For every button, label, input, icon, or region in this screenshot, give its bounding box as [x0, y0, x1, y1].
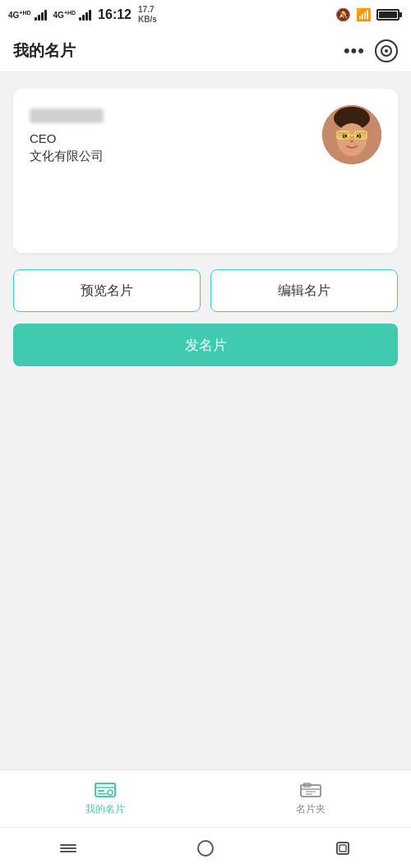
wifi-icon: 📶: [356, 7, 372, 22]
folder-icon: [299, 781, 322, 799]
bar5: [79, 17, 81, 21]
svg-text:O: O: [356, 133, 361, 139]
status-bar: 4G+HD 4G+HD 16:12 17.7 KB/s 🔕 📶: [0, 0, 411, 30]
my-card-tab-icon: [94, 781, 117, 799]
page-title: 我的名片: [13, 40, 76, 62]
speed-text: 17.7: [138, 5, 157, 15]
preview-button[interactable]: 预览名片: [13, 269, 201, 312]
card-folder-tab-icon: [299, 781, 322, 799]
header: 我的名片 •••: [0, 30, 411, 72]
tab-bar: 我的名片 名片夹: [0, 769, 411, 827]
tab-my-card[interactable]: 我的名片: [85, 781, 125, 816]
card-name-blurred: [30, 108, 104, 123]
svg-point-7: [350, 140, 353, 143]
bar3: [41, 12, 44, 21]
status-left: 4G+HD 4G+HD 16:12 17.7 KB/s: [8, 5, 157, 25]
signal-bars-2: [79, 9, 91, 21]
back-button[interactable]: [52, 832, 85, 865]
my-card-tab-label: 我的名片: [85, 802, 125, 816]
speed-unit: KB/s: [138, 15, 157, 25]
status-time: 16:12: [98, 7, 132, 22]
bar8: [89, 10, 91, 21]
bar6: [82, 15, 85, 21]
signal-label-2: 4G+HD: [53, 10, 76, 20]
svg-text:D: D: [362, 133, 366, 139]
scan-button[interactable]: [375, 39, 398, 62]
svg-rect-29: [337, 843, 349, 854]
recent-button[interactable]: [326, 832, 359, 865]
status-speed: 17.7 KB/s: [138, 5, 157, 25]
svg-rect-30: [339, 845, 346, 852]
svg-point-19: [108, 790, 113, 795]
header-actions: •••: [344, 39, 398, 62]
scan-icon: [380, 44, 393, 57]
notification-icon: 🔕: [335, 7, 351, 22]
svg-point-28: [198, 841, 213, 856]
signal-bars-1: [35, 9, 47, 21]
recent-icon: [335, 841, 350, 856]
business-card: CEO 文化有限公司: [13, 89, 398, 253]
svg-point-4: [337, 123, 367, 156]
svg-text:G: G: [338, 133, 343, 139]
action-buttons: 预览名片 编辑名片: [13, 269, 398, 312]
svg-rect-17: [98, 790, 104, 792]
bar7: [85, 12, 88, 21]
back-icon: [59, 842, 77, 855]
svg-point-1: [385, 49, 388, 53]
card-icon: [94, 781, 117, 799]
nav-bar: [0, 827, 411, 868]
edit-button[interactable]: 编辑名片: [210, 269, 398, 312]
svg-text:O: O: [344, 133, 349, 139]
card-folder-tab-label: 名片夹: [296, 802, 326, 816]
tab-card-folder[interactable]: 名片夹: [296, 781, 326, 816]
home-button[interactable]: [189, 832, 222, 865]
avatar: G O O D: [322, 105, 381, 164]
bar4: [44, 10, 47, 21]
bar2: [38, 15, 40, 21]
avatar-svg: G O O D: [322, 105, 381, 164]
main-content: CEO 文化有限公司: [0, 72, 411, 383]
send-button[interactable]: 发名片: [13, 324, 398, 366]
bar1: [35, 17, 37, 21]
svg-rect-18: [98, 793, 108, 795]
more-options-button[interactable]: •••: [344, 40, 365, 62]
avatar-inner: G O O D: [322, 105, 381, 164]
home-icon: [196, 839, 215, 857]
status-right: 🔕 📶: [335, 7, 399, 22]
battery-fill: [379, 11, 397, 18]
battery-icon: [376, 9, 399, 21]
signal-label-1: 4G+HD: [8, 10, 31, 20]
